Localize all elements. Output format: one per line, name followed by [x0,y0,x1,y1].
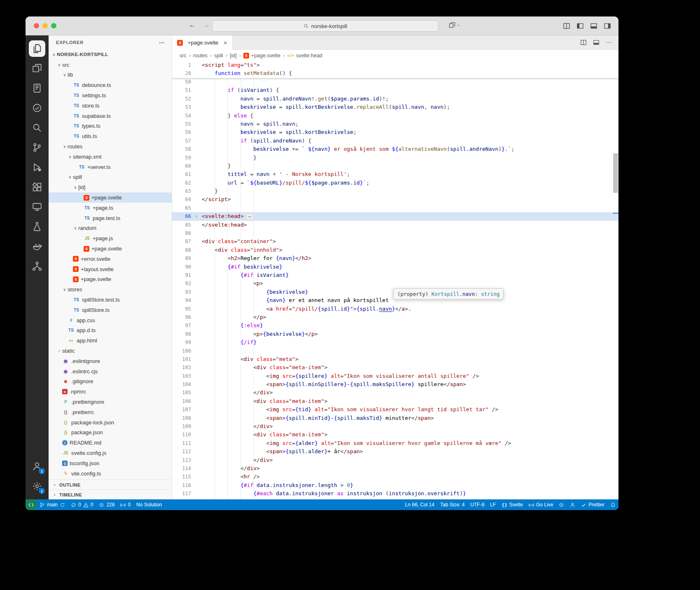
code-line-85[interactable]: 85</svelte:head> [172,221,618,229]
tree-item-+page.svelte[interactable]: S+page.svelte [49,192,172,203]
code-line-106[interactable]: 106 <div class="meta-item"> [172,397,618,405]
tree-item-.eslintignore[interactable]: ◉.eslintignore [49,356,172,366]
tree-item-debounce.ts[interactable]: TSdebounce.ts [49,80,172,90]
code-line-63[interactable]: 63 } [172,187,618,195]
tree-item-page.test.ts[interactable]: TSpage.test.ts [49,213,172,223]
scrollbar-thumb[interactable] [613,153,618,193]
tree-item-tsconfig.json[interactable]: {}tsconfig.json [49,458,172,468]
breadcrumb-item-+page.svelte[interactable]: S+page.svelte [243,53,280,59]
code-line-62[interactable]: 62 url = `${baseURL}/spill/${$page.param… [172,179,618,187]
tree-item-readme.md[interactable]: iREADME.md [49,438,172,448]
close-icon[interactable]: × [224,39,227,46]
activity-search[interactable] [29,119,45,136]
close-window-button[interactable] [34,23,39,28]
folded-region-indicator[interactable]: ⋯ [246,213,253,220]
code-line-96[interactable]: 96 </p> [172,313,618,321]
status-language-mode[interactable]: {}Svelte [499,499,526,510]
code-line-102[interactable]: 102 <div class="meta-item"> [172,363,618,372]
code-line-111[interactable]: 111 <img src={alder} alt="Ikon som visua… [172,439,618,447]
code-line-98[interactable]: 98 <p>{beskrivelse}</p> [172,330,618,338]
tree-item-sitemap.xml[interactable]: ∨sitemap.xml [49,152,172,162]
tree-item-+error.svelte[interactable]: S+error.svelte [49,254,172,264]
code-line-117[interactable]: 117 {#each data.instruksjoner as instruk… [172,489,618,498]
tree-item-+page.js[interactable]: JS+page.js [49,233,172,243]
status-notifications[interactable] [607,499,618,510]
activity-docker[interactable] [29,238,45,255]
tree-item-vite.config.ts[interactable]: ϟvite.config.ts [49,468,172,479]
activity-source-control[interactable] [29,139,45,156]
code-line-88[interactable]: 88 <div class="innhold"> [172,246,618,254]
status-no-solution[interactable]: No Solution [133,499,165,510]
code-line-53[interactable]: 53 beskrivelse = spill.kortBeskrivelse.r… [172,103,618,111]
code-line-101[interactable]: 101 <div class="meta"> [172,355,618,363]
code-line-56[interactable]: 56 beskrivelse = spill.kortBeskrivelse; [172,128,618,136]
tree-item-routes[interactable]: ∨routes [49,141,172,152]
code-line-66[interactable]: 66›<svelte:head>⋯ [172,212,618,220]
code-line-114[interactable]: 114 </div> [172,464,618,473]
code-line-107[interactable]: 107 <img src={tid} alt="Ikon som visuali… [172,405,618,414]
activity-run-debug[interactable] [29,159,45,176]
breadcrumb-item-routes[interactable]: routes [193,53,208,59]
breadcrumb-item-src[interactable]: src [180,53,187,59]
code-line-64[interactable]: 64</script> [172,195,618,204]
code-line-116[interactable]: 116 {#if data.instruksjoner.length > 0} [172,481,618,489]
code-line-50[interactable]: 50 [172,78,618,86]
code-line-89[interactable]: 89 <h2>Regler for {navn}</h2> [172,254,618,262]
code-line-55[interactable]: 55 navn = spill.navn; [172,120,618,128]
tree-item-src[interactable]: ∨src [49,60,172,70]
tree-item-settings.ts[interactable]: TSsettings.ts [49,90,172,101]
status-cursor-position[interactable]: Ln 66, Col 14 [402,499,437,510]
activity-extensions[interactable] [29,179,45,195]
activity-tasks[interactable] [29,100,45,116]
code-line-100[interactable]: 100 [172,347,618,355]
tree-item-supabase.ts[interactable]: TSsupabase.ts [49,111,172,121]
activity-hierarchy[interactable] [29,258,45,274]
status-eol[interactable]: LF [487,499,499,510]
tree-item-app.html[interactable]: <>app.html [49,335,172,346]
code-line-58[interactable]: 58 beskrivelse += ` ${navn} er også kjen… [172,145,618,153]
code-line-118[interactable]: 118 <h2>{instruksjon.overskrift}</h2> [172,498,618,499]
activity-open-editors[interactable] [29,60,45,77]
code-line-51[interactable]: 51 if (isVariant) { [172,86,618,94]
tree-item-app.css[interactable]: #app.css [49,315,172,325]
more-actions-icon[interactable]: ⋯ [159,39,165,46]
status-counter[interactable]: 228 [96,499,117,510]
tree-item-types.ts[interactable]: TStypes.ts [49,121,172,131]
code-line-113[interactable]: 113 </div> [172,456,618,464]
fold-chevron-icon[interactable]: › [191,212,202,220]
code-line-112[interactable]: 112 <span>{spill.alder}+ år</span> [172,447,618,456]
code-line-28[interactable]: 28 function setMetadata() { [172,69,618,77]
tree-item-spillstore.test.ts[interactable]: TSspillStore.test.ts [49,295,172,305]
tree-item-+page.svelte[interactable]: S+page.svelte [49,243,172,254]
tree-item-random[interactable]: ∨random [49,223,172,234]
tree-item-.npmrc[interactable]: n.npmrc [49,386,172,397]
breadcrumb-item-svelte:head[interactable]: </>svelte:head [287,53,322,59]
tree-item-+server.ts[interactable]: TS+server.ts [49,162,172,172]
code-line-61[interactable]: 61 tittel = navn + ' - Norske kortspill'… [172,170,618,178]
panel-right-button[interactable] [604,22,611,30]
code-line-95[interactable]: 95 <a href="/spill/{spill.id}">{spill.na… [172,305,618,313]
tree-item-static[interactable]: ›static [49,346,172,356]
code-line-1[interactable]: 1<script lang="ts"> [172,61,618,69]
status-go-live[interactable]: Go Live [526,499,556,510]
editor-scrollbar[interactable] [613,61,618,499]
command-center[interactable]: norske-kortspill [212,20,439,32]
tree-item-+page.svelte[interactable]: S+page.svelte [49,274,172,285]
code-line-65[interactable]: 65 [172,204,618,212]
tree-item--id-[interactable]: ∨[id] [49,182,172,192]
code-line-105[interactable]: 105 </div> [172,389,618,397]
code-line-104[interactable]: 104 <span>{spill.minSpillere}-{spill.mak… [172,380,618,389]
timeline-section[interactable]: › TIMELINE [49,489,172,499]
tree-item-spill[interactable]: ∨spill [49,172,172,183]
status-extension-b[interactable] [567,499,578,510]
status-branch[interactable]: main [37,499,68,510]
status-prettier[interactable]: Prettier [578,499,607,510]
code-line-99[interactable]: 99 {/if} [172,338,618,347]
code-line-86[interactable]: 86 [172,229,618,237]
toggle-panel-icon[interactable] [593,39,600,46]
tree-item-app.d.ts[interactable]: TSapp.d.ts [49,325,172,336]
tab-page-svelte[interactable]: S +page.svelte × [172,35,233,50]
tree-item-norske-kortspill[interactable]: ∨NORSKE-KORTSPILL [49,49,172,60]
activity-explorer[interactable] [29,40,45,57]
activity-testing[interactable] [29,218,45,235]
